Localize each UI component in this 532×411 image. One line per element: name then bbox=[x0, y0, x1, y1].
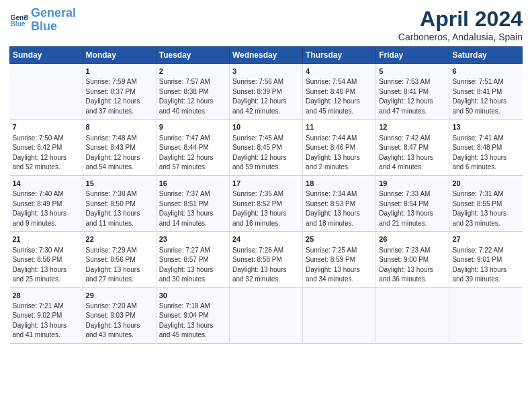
week-row-3: 14Sunrise: 7:40 AM Sunset: 8:49 PM Dayli… bbox=[10, 175, 523, 231]
col-header-sunday: Sunday bbox=[10, 47, 83, 64]
day-number: 1 bbox=[86, 66, 153, 77]
day-cell: 25Sunrise: 7:25 AM Sunset: 8:59 PM Dayli… bbox=[303, 232, 376, 287]
day-info: Sunrise: 7:31 AM Sunset: 8:55 PM Dayligh… bbox=[452, 189, 519, 228]
day-cell: 5Sunrise: 7:53 AM Sunset: 8:41 PM Daylig… bbox=[376, 64, 449, 120]
day-cell: 28Sunrise: 7:21 AM Sunset: 9:02 PM Dayli… bbox=[10, 287, 83, 343]
day-number: 9 bbox=[159, 122, 226, 132]
day-number: 25 bbox=[306, 234, 373, 244]
day-info: Sunrise: 7:18 AM Sunset: 9:04 PM Dayligh… bbox=[159, 302, 226, 340]
day-cell: 3Sunrise: 7:56 AM Sunset: 8:39 PM Daylig… bbox=[229, 64, 302, 120]
day-cell: 24Sunrise: 7:26 AM Sunset: 8:58 PM Dayli… bbox=[229, 232, 302, 287]
day-info: Sunrise: 7:37 AM Sunset: 8:51 PM Dayligh… bbox=[159, 189, 226, 228]
week-row-2: 7Sunrise: 7:50 AM Sunset: 8:42 PM Daylig… bbox=[10, 120, 523, 175]
col-header-wednesday: Wednesday bbox=[229, 47, 302, 64]
week-row-1: 1Sunrise: 7:59 AM Sunset: 8:37 PM Daylig… bbox=[10, 64, 523, 120]
day-number: 8 bbox=[86, 122, 153, 132]
day-cell: 6Sunrise: 7:51 AM Sunset: 8:41 PM Daylig… bbox=[449, 64, 523, 120]
day-info: Sunrise: 7:33 AM Sunset: 8:54 PM Dayligh… bbox=[379, 189, 446, 228]
day-info: Sunrise: 7:23 AM Sunset: 9:00 PM Dayligh… bbox=[379, 246, 446, 285]
day-info: Sunrise: 7:21 AM Sunset: 9:02 PM Dayligh… bbox=[13, 302, 80, 340]
day-cell: 12Sunrise: 7:42 AM Sunset: 8:47 PM Dayli… bbox=[376, 120, 449, 175]
day-number: 21 bbox=[13, 234, 80, 244]
logo-text: General Blue bbox=[31, 7, 76, 34]
day-cell: 15Sunrise: 7:38 AM Sunset: 8:50 PM Dayli… bbox=[83, 175, 156, 231]
col-header-saturday: Saturday bbox=[449, 47, 523, 64]
day-cell bbox=[303, 287, 376, 343]
day-cell: 4Sunrise: 7:54 AM Sunset: 8:40 PM Daylig… bbox=[303, 64, 376, 120]
day-cell: 19Sunrise: 7:33 AM Sunset: 8:54 PM Dayli… bbox=[376, 175, 449, 231]
col-header-monday: Monday bbox=[83, 47, 156, 64]
day-cell bbox=[376, 287, 449, 343]
main-container: General Blue General Blue April 2024 Car… bbox=[0, 0, 532, 351]
title-block: April 2024 Carboneros, Andalusia, Spain bbox=[398, 7, 523, 42]
day-info: Sunrise: 7:34 AM Sunset: 8:53 PM Dayligh… bbox=[306, 189, 373, 228]
logo: General Blue General Blue bbox=[9, 7, 76, 34]
day-number: 27 bbox=[452, 234, 519, 244]
col-header-friday: Friday bbox=[376, 47, 449, 64]
day-cell bbox=[10, 64, 83, 120]
page-title: April 2024 bbox=[398, 7, 523, 32]
day-cell: 14Sunrise: 7:40 AM Sunset: 8:49 PM Dayli… bbox=[10, 175, 83, 231]
day-cell: 2Sunrise: 7:57 AM Sunset: 8:38 PM Daylig… bbox=[156, 64, 229, 120]
day-cell: 30Sunrise: 7:18 AM Sunset: 9:04 PM Dayli… bbox=[156, 287, 229, 343]
header-row: SundayMondayTuesdayWednesdayThursdayFrid… bbox=[10, 47, 523, 64]
day-number: 24 bbox=[232, 234, 300, 244]
day-number: 13 bbox=[452, 122, 519, 132]
day-cell: 26Sunrise: 7:23 AM Sunset: 9:00 PM Dayli… bbox=[376, 232, 449, 287]
day-info: Sunrise: 7:29 AM Sunset: 8:56 PM Dayligh… bbox=[86, 246, 153, 285]
day-cell: 7Sunrise: 7:50 AM Sunset: 8:42 PM Daylig… bbox=[10, 120, 83, 175]
day-number: 16 bbox=[159, 179, 226, 189]
day-cell: 16Sunrise: 7:37 AM Sunset: 8:51 PM Dayli… bbox=[156, 175, 229, 231]
col-header-thursday: Thursday bbox=[303, 47, 376, 64]
day-info: Sunrise: 7:35 AM Sunset: 8:52 PM Dayligh… bbox=[232, 189, 300, 228]
day-number: 15 bbox=[86, 179, 153, 189]
day-number: 22 bbox=[86, 234, 153, 244]
day-info: Sunrise: 7:48 AM Sunset: 8:43 PM Dayligh… bbox=[86, 134, 153, 173]
day-number: 11 bbox=[306, 122, 373, 132]
day-cell: 11Sunrise: 7:44 AM Sunset: 8:46 PM Dayli… bbox=[303, 120, 376, 175]
day-info: Sunrise: 7:38 AM Sunset: 8:50 PM Dayligh… bbox=[86, 189, 153, 228]
svg-text:Blue: Blue bbox=[11, 20, 26, 28]
day-cell: 9Sunrise: 7:47 AM Sunset: 8:44 PM Daylig… bbox=[156, 120, 229, 175]
day-number: 12 bbox=[379, 122, 446, 132]
day-info: Sunrise: 7:27 AM Sunset: 8:57 PM Dayligh… bbox=[159, 246, 226, 285]
day-cell: 20Sunrise: 7:31 AM Sunset: 8:55 PM Dayli… bbox=[449, 175, 523, 231]
day-info: Sunrise: 7:30 AM Sunset: 8:56 PM Dayligh… bbox=[13, 246, 80, 285]
col-header-tuesday: Tuesday bbox=[156, 47, 229, 64]
day-info: Sunrise: 7:45 AM Sunset: 8:45 PM Dayligh… bbox=[232, 134, 300, 173]
day-cell: 17Sunrise: 7:35 AM Sunset: 8:52 PM Dayli… bbox=[229, 175, 302, 231]
page-subtitle: Carboneros, Andalusia, Spain bbox=[398, 32, 523, 42]
day-info: Sunrise: 7:20 AM Sunset: 9:03 PM Dayligh… bbox=[86, 302, 153, 340]
day-number: 4 bbox=[306, 66, 373, 77]
day-cell bbox=[449, 287, 523, 343]
logo-icon: General Blue bbox=[9, 11, 28, 30]
day-cell: 27Sunrise: 7:22 AM Sunset: 9:01 PM Dayli… bbox=[449, 232, 523, 287]
day-info: Sunrise: 7:22 AM Sunset: 9:01 PM Dayligh… bbox=[452, 246, 519, 285]
day-info: Sunrise: 7:40 AM Sunset: 8:49 PM Dayligh… bbox=[13, 189, 80, 228]
day-cell: 23Sunrise: 7:27 AM Sunset: 8:57 PM Dayli… bbox=[156, 232, 229, 287]
day-number: 29 bbox=[86, 291, 153, 301]
day-info: Sunrise: 7:56 AM Sunset: 8:39 PM Dayligh… bbox=[232, 77, 300, 116]
day-number: 17 bbox=[232, 179, 300, 189]
day-info: Sunrise: 7:51 AM Sunset: 8:41 PM Dayligh… bbox=[452, 77, 519, 116]
calendar-table: SundayMondayTuesdayWednesdayThursdayFrid… bbox=[9, 46, 523, 344]
week-row-5: 28Sunrise: 7:21 AM Sunset: 9:02 PM Dayli… bbox=[10, 287, 523, 343]
day-number: 6 bbox=[452, 66, 519, 77]
day-info: Sunrise: 7:41 AM Sunset: 8:48 PM Dayligh… bbox=[452, 134, 519, 173]
day-cell: 18Sunrise: 7:34 AM Sunset: 8:53 PM Dayli… bbox=[303, 175, 376, 231]
day-number: 23 bbox=[159, 234, 226, 244]
day-number: 3 bbox=[232, 66, 300, 77]
day-info: Sunrise: 7:54 AM Sunset: 8:40 PM Dayligh… bbox=[306, 77, 373, 116]
day-cell: 8Sunrise: 7:48 AM Sunset: 8:43 PM Daylig… bbox=[83, 120, 156, 175]
day-number: 10 bbox=[232, 122, 300, 132]
day-number: 26 bbox=[379, 234, 446, 244]
day-cell: 13Sunrise: 7:41 AM Sunset: 8:48 PM Dayli… bbox=[449, 120, 523, 175]
day-number: 28 bbox=[13, 291, 80, 301]
day-cell: 29Sunrise: 7:20 AM Sunset: 9:03 PM Dayli… bbox=[83, 287, 156, 343]
day-number: 30 bbox=[159, 291, 226, 301]
day-number: 7 bbox=[13, 122, 80, 132]
day-info: Sunrise: 7:26 AM Sunset: 8:58 PM Dayligh… bbox=[232, 246, 300, 285]
day-number: 18 bbox=[306, 179, 373, 189]
day-number: 20 bbox=[452, 179, 519, 189]
day-info: Sunrise: 7:44 AM Sunset: 8:46 PM Dayligh… bbox=[306, 134, 373, 173]
